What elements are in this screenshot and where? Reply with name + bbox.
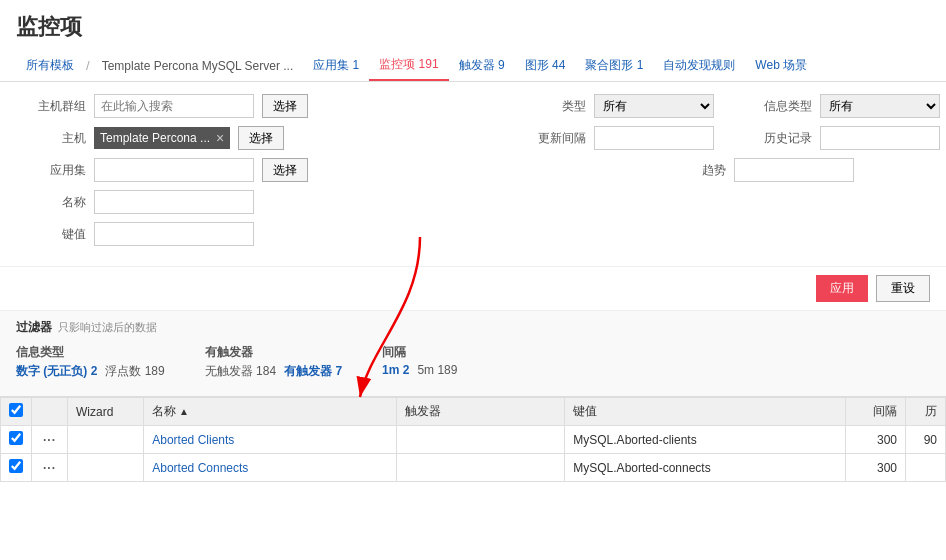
update-interval-input[interactable] <box>594 126 714 150</box>
trigger-link-1[interactable]: 有触发器 7 <box>284 363 342 380</box>
row-history <box>906 454 946 482</box>
interval-section-title: 间隔 <box>382 344 457 361</box>
key-label: 键值 <box>16 226 86 243</box>
info-type-label: 信息类型 <box>742 98 812 115</box>
appset-label: 应用集 <box>16 162 86 179</box>
name-label: 名称 <box>16 194 86 211</box>
col-interval-header: 间隔 <box>846 398 906 426</box>
history-input[interactable] <box>820 126 940 150</box>
row-trigger <box>396 426 564 454</box>
row-name-link[interactable]: Aborted Connects <box>152 461 248 475</box>
row-trigger <box>396 454 564 482</box>
appset-input[interactable] <box>94 158 254 182</box>
interval-link-0[interactable]: 1m 2 <box>382 363 409 377</box>
host-group-input[interactable] <box>94 94 254 118</box>
nav-tabs: 所有模板 / Template Percona MySQL Server ...… <box>0 50 946 82</box>
row-key: MySQL.Aborted-connects <box>565 454 846 482</box>
host-select-btn[interactable]: 选择 <box>238 126 284 150</box>
row-name: Aborted Clients <box>144 426 397 454</box>
trend-input[interactable] <box>734 158 854 182</box>
select-all-checkbox[interactable] <box>9 403 23 417</box>
row-history: 90 <box>906 426 946 454</box>
row-wizard <box>68 426 144 454</box>
table-row: ··· Aborted Clients MySQL.Aborted-client… <box>1 426 946 454</box>
breadcrumb-home[interactable]: 所有模板 <box>16 51 84 80</box>
key-input[interactable] <box>94 222 254 246</box>
filter-sub: 只影响过滤后的数据 <box>58 320 157 335</box>
host-tag: Template Percona ... × <box>94 127 230 149</box>
breadcrumb-current: Template Percona MySQL Server ... <box>92 53 304 79</box>
info-type-link-1[interactable]: 浮点数 189 <box>105 363 164 380</box>
trigger-link-0[interactable]: 无触发器 184 <box>205 363 276 380</box>
row-dots: ··· <box>32 426 68 454</box>
row-checkbox-cell <box>1 454 32 482</box>
interval-link-1[interactable]: 5m 189 <box>417 363 457 377</box>
col-history-header: 历 <box>906 398 946 426</box>
name-input[interactable] <box>94 190 254 214</box>
row-checkbox-cell <box>1 426 32 454</box>
type-label: 类型 <box>516 98 586 115</box>
trend-label: 趋势 <box>656 162 726 179</box>
type-select[interactable]: 所有 <box>594 94 714 118</box>
apply-button[interactable]: 应用 <box>816 275 868 302</box>
tab-monitor[interactable]: 监控项 191 <box>369 50 448 81</box>
trigger-section-title: 有触发器 <box>205 344 342 361</box>
row-checkbox[interactable] <box>9 431 23 445</box>
tab-webscene[interactable]: Web 场景 <box>745 51 817 80</box>
row-wizard <box>68 454 144 482</box>
tab-aggregate[interactable]: 聚合图形 1 <box>575 51 653 80</box>
col-key-header: 键值 <box>565 398 846 426</box>
appset-select-btn[interactable]: 选择 <box>262 158 308 182</box>
row-interval: 300 <box>846 454 906 482</box>
host-tag-value: Template Percona ... <box>100 131 210 145</box>
info-type-link-0[interactable]: 数字 (无正负) 2 <box>16 363 97 380</box>
reset-button[interactable]: 重设 <box>876 275 930 302</box>
filter-title: 过滤器 <box>16 319 52 336</box>
row-checkbox[interactable] <box>9 459 23 473</box>
row-dots: ··· <box>32 454 68 482</box>
col-check-header <box>1 398 32 426</box>
tab-graph[interactable]: 图形 44 <box>515 51 576 80</box>
host-group-label: 主机群组 <box>16 98 86 115</box>
row-interval: 300 <box>846 426 906 454</box>
update-interval-label: 更新间隔 <box>516 130 586 147</box>
col-dots-header <box>32 398 68 426</box>
page-title: 监控项 <box>0 0 946 50</box>
col-name-header[interactable]: 名称 <box>144 398 397 426</box>
row-key: MySQL.Aborted-clients <box>565 426 846 454</box>
host-tag-close[interactable]: × <box>216 130 224 146</box>
tab-trigger[interactable]: 触发器 9 <box>449 51 515 80</box>
items-table: Wizard 名称 触发器 键值 间隔 历 ··· Aborted Client… <box>0 397 946 482</box>
table-row: ··· Aborted Connects MySQL.Aborted-conne… <box>1 454 946 482</box>
row-name-link[interactable]: Aborted Clients <box>152 433 234 447</box>
host-group-select-btn[interactable]: 选择 <box>262 94 308 118</box>
info-type-select[interactable]: 所有 <box>820 94 940 118</box>
tab-app-set[interactable]: 应用集 1 <box>303 51 369 80</box>
col-trigger-header: 触发器 <box>396 398 564 426</box>
row-name: Aborted Connects <box>144 454 397 482</box>
host-label: 主机 <box>16 130 86 147</box>
tab-autodiscover[interactable]: 自动发现规则 <box>653 51 745 80</box>
col-wizard-header: Wizard <box>68 398 144 426</box>
info-type-section-title: 信息类型 <box>16 344 165 361</box>
history-label: 历史记录 <box>742 130 812 147</box>
